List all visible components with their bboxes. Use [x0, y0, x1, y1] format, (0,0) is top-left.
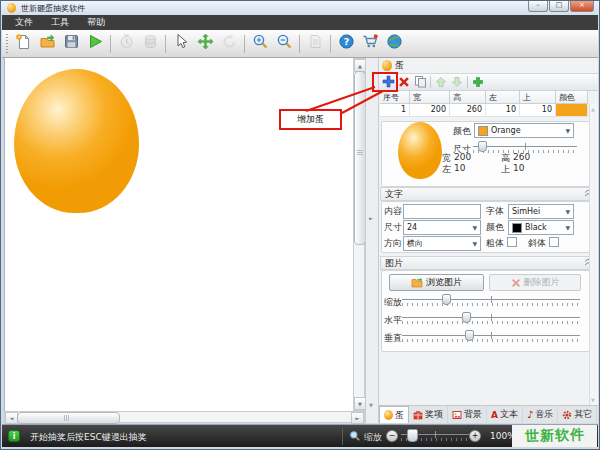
rotate-icon [221, 33, 238, 54]
tab-label: 蛋 [395, 409, 404, 422]
cell-index[interactable]: 1 [380, 104, 410, 117]
close-button[interactable]: × [570, 1, 594, 12]
tab-egg[interactable]: 蛋 [379, 406, 409, 423]
splitter-scroll-down-icon[interactable]: ▼ [369, 402, 373, 408]
tab-label: 文本 [500, 408, 518, 421]
zoom-in-button[interactable] [249, 33, 271, 55]
minimize-button[interactable]: – [528, 1, 548, 12]
open-button[interactable] [36, 33, 58, 55]
menu-file[interactable]: 文件 [6, 15, 42, 30]
col-height[interactable]: 高 [450, 91, 486, 104]
slider-thumb[interactable] [442, 294, 451, 305]
table-row[interactable]: 1 200 260 10 10 [380, 104, 588, 117]
text-color-select[interactable]: Black ▼ [508, 220, 574, 235]
tab-music[interactable]: ♪ 音乐 [523, 406, 558, 423]
egg-shape[interactable] [14, 69, 139, 213]
panel-splitter[interactable]: ► ▼ [365, 58, 379, 423]
menu-help[interactable]: 帮助 [78, 15, 114, 30]
slider-thumb[interactable] [478, 141, 487, 152]
add-egg-button[interactable] [380, 74, 396, 90]
globe-icon [386, 33, 403, 54]
tab-text[interactable]: A 文本 [487, 406, 523, 423]
delete-icon [398, 73, 410, 92]
direction-value: 横向 [407, 238, 423, 249]
slider-thumb[interactable] [462, 312, 471, 323]
toolbar-separator [430, 76, 431, 88]
title-bar[interactable]: 世新砸蛋抽奖软件 [1, 1, 599, 15]
menu-tools[interactable]: 工具 [42, 15, 78, 30]
slider-thumb[interactable] [465, 330, 474, 341]
image-vertical-slider[interactable] [402, 330, 580, 344]
zoom-out-button[interactable] [273, 33, 295, 55]
image-group-header[interactable]: 图片 [380, 256, 597, 270]
copy-egg-button[interactable] [412, 74, 428, 90]
status-zoom-slider[interactable] [401, 429, 469, 443]
panel-vscrollbar[interactable]: ▲ ▼ [589, 104, 598, 405]
col-top[interactable]: 上 [520, 91, 556, 104]
start-button[interactable] [84, 33, 106, 55]
chevron-down-icon: ▼ [472, 240, 477, 247]
maximize-button[interactable]: □ [549, 1, 569, 12]
image-scale-slider[interactable] [402, 294, 580, 308]
font-select[interactable]: SimHei ▼ [508, 204, 574, 219]
timer-button [115, 33, 137, 55]
canvas-vscrollbar[interactable]: ▲ ▼ [353, 58, 365, 411]
bold-checkbox[interactable] [507, 237, 517, 247]
toolbar-grip[interactable] [6, 34, 8, 54]
cell-left[interactable]: 10 [486, 104, 520, 117]
select-button[interactable] [170, 33, 192, 55]
font-size-select[interactable]: 24 ▼ [403, 220, 481, 235]
cart-button[interactable] [359, 33, 381, 55]
font-value: SimHei [512, 207, 540, 216]
help-button[interactable]: ? [335, 33, 357, 55]
col-left[interactable]: 左 [486, 91, 520, 104]
tab-other[interactable]: 其它 [558, 406, 597, 423]
music-note-icon: ♪ [527, 410, 533, 420]
database-icon [142, 33, 159, 54]
zoom-out-button-status[interactable]: − [386, 430, 398, 442]
italic-checkbox[interactable] [549, 237, 559, 247]
tab-label: 其它 [574, 408, 592, 421]
zoom-magnifier-icon [349, 430, 361, 442]
hscroll-thumb[interactable] [17, 412, 120, 424]
egg-color-select[interactable]: Orange ▼ [474, 123, 574, 138]
panel-scroll-up-icon[interactable]: ▲ [591, 106, 595, 112]
top-label: 上 [501, 163, 510, 176]
col-index[interactable]: 序号 [380, 91, 410, 104]
col-color[interactable]: 颜色 [556, 91, 588, 104]
save-button[interactable] [60, 33, 82, 55]
website-button[interactable] [383, 33, 405, 55]
callout-label: 增加蛋 [297, 113, 324, 126]
cart-icon [362, 33, 379, 54]
egg-table-header[interactable]: 序号 宽 高 左 上 颜色 [380, 91, 588, 104]
copy-icon [414, 73, 427, 92]
delete-image-button: 删除图片 [489, 274, 581, 291]
tab-background[interactable]: 背景 [448, 406, 487, 423]
browse-image-button[interactable]: 浏览图片 [389, 274, 484, 291]
direction-select[interactable]: 横向 ▼ [403, 236, 481, 251]
scroll-right-icon[interactable]: ► [351, 412, 364, 424]
move-button[interactable] [194, 33, 216, 55]
zoom-in-button-status[interactable]: + [469, 430, 481, 442]
new-button[interactable] [12, 33, 34, 55]
slider-thumb[interactable] [407, 429, 418, 442]
color-swatch [478, 126, 488, 136]
tab-prizes[interactable]: 奖项 [409, 406, 448, 423]
panel-scroll-down-icon[interactable]: ▼ [591, 397, 595, 403]
col-width[interactable]: 宽 [410, 91, 450, 104]
window-title: 世新砸蛋抽奖软件 [21, 3, 85, 14]
egg-panel: 蛋 序号 宽 [379, 58, 598, 423]
cell-height[interactable]: 260 [450, 104, 486, 117]
cell-width[interactable]: 200 [410, 104, 450, 117]
cell-top[interactable]: 10 [520, 104, 556, 117]
canvas-hscrollbar[interactable]: ◄ ► [4, 411, 365, 423]
width-value: 200 [454, 152, 471, 162]
add-extra-button[interactable] [470, 74, 486, 90]
delete-egg-button[interactable] [396, 74, 412, 90]
content-input[interactable] [403, 204, 481, 219]
text-group-header[interactable]: 文字 [380, 187, 597, 201]
splitter-collapse-icon[interactable]: ► [369, 215, 373, 221]
cell-color-swatch[interactable] [556, 104, 588, 117]
image-horizontal-slider[interactable] [402, 312, 580, 326]
slider-ticks [402, 321, 580, 324]
